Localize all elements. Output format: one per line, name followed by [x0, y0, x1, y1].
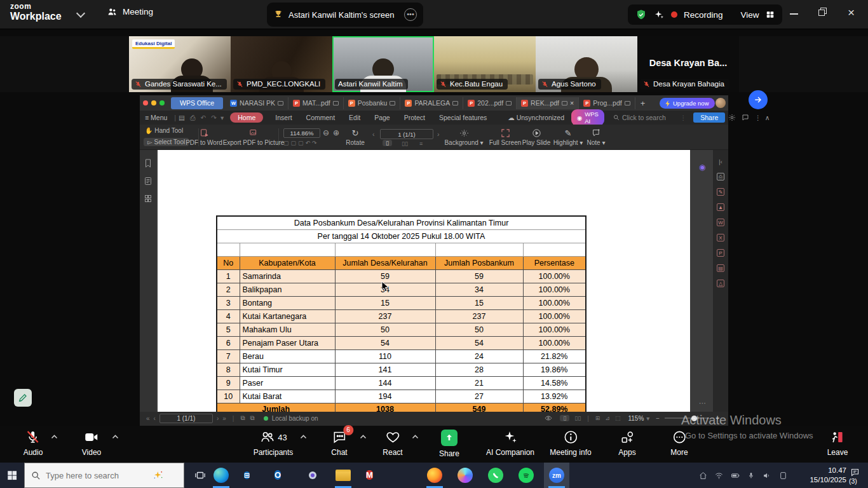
- taskbar-app-copilot[interactable]: [458, 468, 473, 483]
- single-page-status-icon[interactable]: ▯: [560, 415, 569, 421]
- mac-close-dot[interactable]: [143, 100, 148, 105]
- audio-options-chevron[interactable]: [51, 435, 58, 439]
- undo-icon[interactable]: ↶: [200, 114, 206, 121]
- menu-tab-home[interactable]: Home: [230, 112, 263, 123]
- status-page-indicator[interactable]: 1 (1/1): [159, 414, 213, 423]
- video-tile-astari-active-speaker[interactable]: Astari Kanwil Kaltim: [332, 36, 434, 92]
- menu-tab-page[interactable]: Page: [374, 114, 390, 121]
- video-tile-gandes[interactable]: Edukasi Digital Gandes Saraswati Ke...: [129, 36, 231, 92]
- audio-button[interactable]: Audio: [24, 430, 43, 457]
- zoom-in-icon[interactable]: ⊕: [333, 128, 339, 137]
- video-tile-agus[interactable]: Agus Sartono: [536, 36, 637, 92]
- new-tab-button[interactable]: +: [641, 98, 646, 108]
- tray-speaker-icon[interactable]: [763, 471, 771, 480]
- taskbar-app-whatsapp[interactable]: [488, 468, 503, 483]
- thumbnails-icon[interactable]: [144, 177, 152, 186]
- status-zoom-value[interactable]: 115%: [628, 415, 644, 422]
- wps-ai-button[interactable]: ◉WPS AI: [571, 109, 604, 126]
- taskbar-app-mendeley[interactable]: M: [366, 468, 381, 483]
- tray-battery-icon[interactable]: [731, 471, 740, 480]
- wps-avatar[interactable]: [715, 98, 726, 108]
- next-participants-button[interactable]: [749, 90, 768, 109]
- security-shield-icon[interactable]: [635, 9, 647, 20]
- sign-icon[interactable]: ✎: [717, 188, 724, 196]
- menu-tab-protect[interactable]: Protect: [404, 114, 425, 121]
- react-button[interactable]: React: [383, 430, 402, 457]
- apps-button[interactable]: Apps: [618, 430, 635, 457]
- pdf-to-excel-panel-icon[interactable]: X: [717, 234, 724, 241]
- pdf-to-ppt-panel-icon[interactable]: P: [717, 249, 724, 257]
- workspace-chevron-down-icon[interactable]: [76, 9, 85, 18]
- taskbar-app-firefox[interactable]: [427, 468, 442, 483]
- doc-tools-icon[interactable]: ▤: [717, 264, 724, 272]
- zoom-level-box[interactable]: 114.86%: [283, 128, 320, 138]
- meeting-info-button[interactable]: Meeting info: [550, 430, 591, 457]
- tray-wifi-icon[interactable]: [715, 471, 723, 480]
- menu-tab-comment[interactable]: Comment: [306, 114, 336, 121]
- participants-button[interactable]: 43 Participants: [254, 430, 294, 457]
- redo-icon[interactable]: ↷: [211, 114, 217, 121]
- doc-tab-prog-pdf[interactable]: PProg...pdf: [579, 97, 635, 109]
- upgrade-button[interactable]: Upgrade now: [660, 98, 715, 109]
- doc-tab-narasi[interactable]: WNARASI PK: [226, 97, 288, 109]
- two-page-view-icon[interactable]: ▯▯: [402, 140, 408, 147]
- share-screen-button[interactable]: Share: [439, 430, 459, 458]
- video-button[interactable]: Video: [82, 430, 101, 457]
- doc-tab-mat-pdf[interactable]: PMAT...pdf: [288, 97, 344, 109]
- chat-button[interactable]: 6 Chat: [331, 430, 347, 457]
- hand-tool-button[interactable]: ✋ Hand Tool: [145, 127, 183, 134]
- leave-button[interactable]: Leave: [827, 430, 848, 457]
- outline-icon[interactable]: [144, 194, 152, 203]
- wps-share-button[interactable]: Share: [693, 112, 725, 123]
- play-slide-button[interactable]: Play Slide: [519, 128, 554, 146]
- participants-options-chevron[interactable]: [300, 435, 307, 439]
- ai-companion-button[interactable]: AI Companion: [486, 430, 534, 457]
- picture-icon[interactable]: ▲: [717, 203, 724, 211]
- tab-options-ellipsis-icon[interactable]: •••: [404, 8, 417, 21]
- menu-tab-special-features[interactable]: Special features: [439, 114, 487, 121]
- export-next-icon[interactable]: ⧉: [250, 414, 255, 422]
- export-prev-icon[interactable]: ⧉: [240, 414, 245, 422]
- print-panel-icon[interactable]: ⎙: [717, 173, 724, 180]
- pdf-to-word-panel-icon[interactable]: W: [717, 219, 724, 226]
- print-icon[interactable]: ⎙: [190, 114, 195, 122]
- taskbar-search-box[interactable]: [24, 463, 184, 488]
- menu-tab-insert[interactable]: Insert: [275, 114, 292, 121]
- more-menu-icon[interactable]: ⋮: [754, 114, 761, 121]
- doc-tab-202-pdf[interactable]: P202...pdf: [463, 97, 517, 109]
- view-label[interactable]: View: [741, 10, 759, 20]
- chat-options-chevron[interactable]: [360, 435, 367, 439]
- bookmark-icon[interactable]: [144, 159, 152, 168]
- zoom-out-icon[interactable]: ⊖: [323, 128, 329, 137]
- doc-tab-posbanku[interactable]: PPosbanku: [344, 97, 401, 109]
- fit-page-icon[interactable]: ⊿: [605, 415, 610, 421]
- page-indicator-box[interactable]: 1 (1/1): [380, 129, 433, 139]
- next-page-icon[interactable]: ›: [437, 130, 440, 138]
- doc-tab-paralegal[interactable]: PPARALEGA: [400, 97, 463, 109]
- close-tab-icon[interactable]: ×: [570, 99, 574, 107]
- fit-width-icon[interactable]: ⊞: [595, 415, 600, 421]
- tab-shared-screen[interactable]: Astari Kanwil Kaltim's screen •••: [267, 3, 423, 27]
- continuous-view-icon[interactable]: ≡: [419, 140, 423, 147]
- taskbar-app-spotify[interactable]: [519, 468, 534, 483]
- single-page-view-icon[interactable]: ▯: [383, 140, 392, 146]
- action-center-icon[interactable]: [850, 468, 860, 477]
- note-button[interactable]: Note ▾: [582, 128, 610, 146]
- minimize-button[interactable]: [790, 13, 798, 15]
- last-page-icon[interactable]: »: [222, 415, 226, 422]
- panel-more-icon[interactable]: ⋯: [699, 399, 706, 407]
- wps-ai-robot-icon[interactable]: ◉: [699, 163, 705, 172]
- rotate-button[interactable]: ↻Rotate: [342, 128, 369, 146]
- doc-tab-rek-pdf-current[interactable]: PREK...pdf×: [517, 97, 579, 109]
- annotation-pencil-button[interactable]: [14, 389, 32, 407]
- mac-minimize-dot[interactable]: [151, 100, 156, 105]
- menu-button[interactable]: ≡ Menu: [145, 114, 167, 121]
- taskbar-app-file-explorer[interactable]: [336, 468, 351, 483]
- task-view-button[interactable]: [194, 470, 206, 481]
- page-fit-icons[interactable]: ▢▢▢↶↷: [283, 140, 319, 146]
- view-grid-icon[interactable]: [766, 10, 775, 19]
- mac-zoom-dot[interactable]: [159, 100, 165, 105]
- taskbar-app-camera[interactable]: [305, 468, 320, 483]
- first-page-icon[interactable]: «: [146, 415, 150, 422]
- taskbar-app-edge[interactable]: [214, 468, 229, 483]
